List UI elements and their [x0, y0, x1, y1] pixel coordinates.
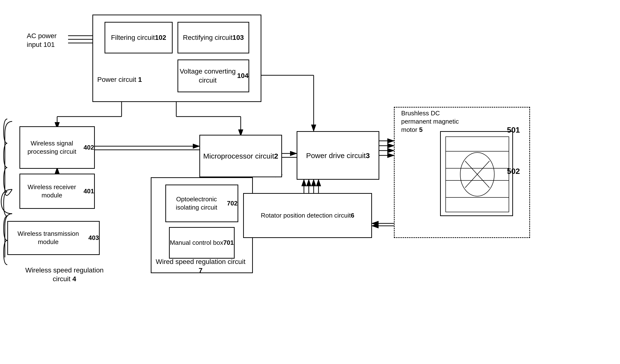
ref-501-label: 501 [507, 125, 520, 135]
power-drive-circuit-block: Power drive circuit 3 [297, 131, 379, 180]
microprocessor-circuit-block: Microprocessor circuit 2 [199, 135, 282, 177]
motor-schematic [441, 132, 514, 217]
manual-control-box-block: Manual control box 701 [169, 227, 235, 259]
ac-power-input-label: AC power input 101 [27, 31, 66, 49]
diagram-container: AC power input 101 Power circuit 1 Filte… [0, 0, 620, 364]
curly-brace-svg [0, 119, 15, 260]
wired-speed-regulation-label: Wired speed regulation circuit 7 [155, 257, 247, 275]
wireless-speed-regulation-label: Wireless speed regulationcircuit 4 [13, 266, 115, 284]
rotator-position-block: Rotator position detection circuit 6 [243, 193, 372, 238]
filtering-circuit-block: Filtering circuit 102 [105, 22, 173, 53]
ref-502-label: 502 [507, 166, 520, 176]
wireless-receiver-module-block: Wireless receiver module 401 [19, 174, 95, 209]
wireless-transmission-module-block: Wireless transmission module 403 [7, 221, 100, 255]
motor-inner-component [440, 131, 513, 216]
voltage-converting-block: Voltage converting circuit 104 [177, 59, 249, 92]
rectifying-circuit-block: Rectifying circuit 103 [177, 22, 249, 53]
brushless-dc-label: Brushless DCpermanent magneticmotor 5 [401, 109, 486, 134]
optoelectronic-isolating-block: Optoelectronic isolating circuit 702 [165, 185, 238, 222]
power-circuit-label: Power circuit 1 [97, 75, 142, 84]
wireless-signal-processing-block: Wireless signal processing circuit 402 [19, 126, 95, 169]
